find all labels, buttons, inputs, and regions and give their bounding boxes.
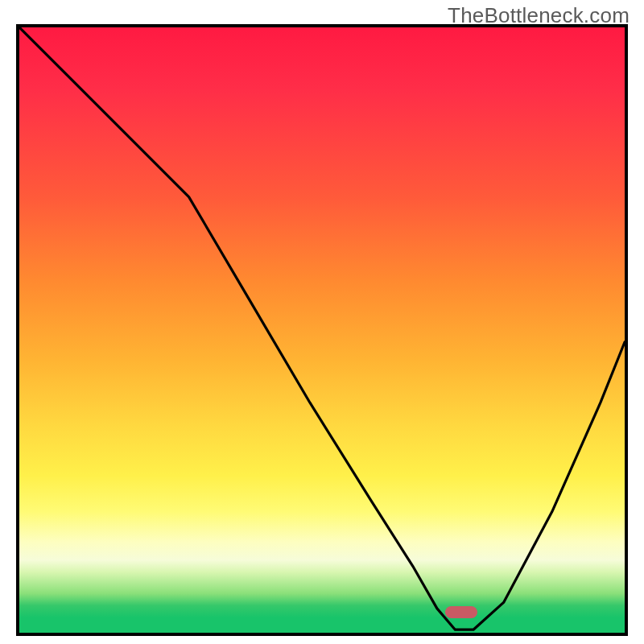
optimal-marker [445, 606, 477, 618]
plot-frame [16, 24, 628, 636]
bottleneck-curve-path [19, 27, 625, 630]
chart-container: TheBottleneck.com [0, 0, 644, 644]
bottleneck-curve-svg [19, 27, 625, 633]
